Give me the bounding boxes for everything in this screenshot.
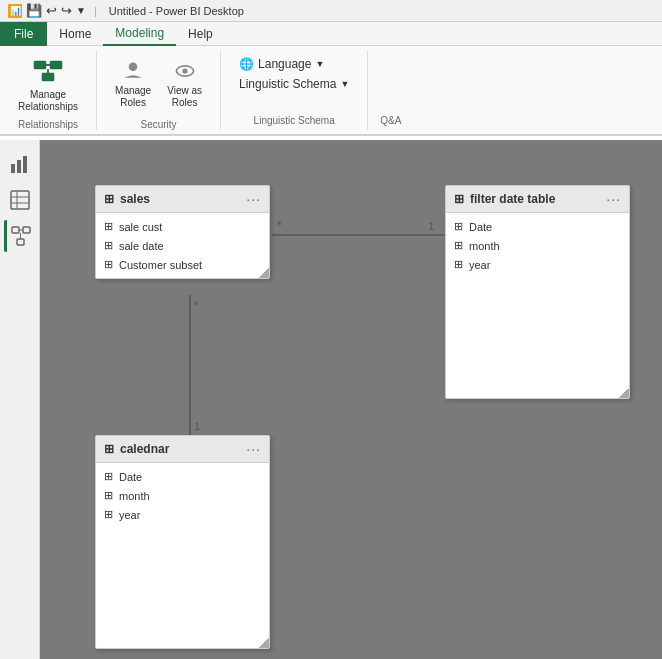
ribbon-group-linguistic: 🌐 Language ▼ Linguistic Schema ▼ Linguis…	[229, 50, 368, 130]
security-group-label: Security	[140, 117, 176, 130]
language-button[interactable]: 🌐 Language ▼	[233, 54, 355, 74]
qa-group-label: Q&A	[380, 115, 401, 126]
schema-label: Linguistic Schema	[239, 77, 336, 91]
table-calednar-menu[interactable]: ···	[246, 441, 261, 457]
field-cal-year: year	[119, 509, 140, 521]
tab-home[interactable]: Home	[47, 22, 103, 46]
svg-rect-17	[17, 239, 24, 245]
table-calednar-name: calednar	[120, 442, 169, 456]
table-calednar-header: ⊞ calednar ···	[96, 436, 269, 463]
svg-rect-8	[11, 164, 15, 173]
table-row[interactable]: ⊞ sale date	[96, 236, 269, 255]
ribbon-content: ManageRelationships Relationships Manage…	[0, 46, 662, 136]
canvas: * 1 * 1 ⊞ sales ··· ⊞ sale cust ⊞	[40, 140, 662, 659]
table-filter-date-resize[interactable]	[619, 388, 629, 398]
language-label: Language	[258, 57, 311, 71]
table-row[interactable]: ⊞ year	[96, 505, 269, 524]
title-text: Untitled - Power BI Desktop	[109, 5, 244, 17]
field-icon: ⊞	[104, 258, 113, 271]
svg-rect-10	[23, 156, 27, 173]
table-filter-date-header: ⊞ filter date table ···	[446, 186, 629, 213]
ribbon-group-security: ManageRoles View asRoles Security	[105, 50, 221, 130]
table-row[interactable]: ⊞ Customer subset	[96, 255, 269, 274]
field-icon: ⊞	[454, 239, 463, 252]
manage-relationships-button[interactable]: ManageRelationships	[12, 51, 84, 117]
table-row[interactable]: ⊞ Date	[446, 217, 629, 236]
table-filter-date-title: ⊞ filter date table	[454, 192, 555, 206]
title-icon-undo[interactable]: ↩	[46, 3, 57, 18]
relationships-buttons: ManageRelationships	[12, 50, 84, 117]
svg-rect-16	[23, 227, 30, 233]
title-icon-redo[interactable]: ↪	[61, 3, 72, 18]
table-row[interactable]: ⊞ Date	[96, 467, 269, 486]
sidebar-model-view[interactable]	[4, 220, 36, 252]
table-row[interactable]: ⊞ month	[96, 486, 269, 505]
sidebar-table-view[interactable]	[4, 184, 36, 216]
svg-text:*: *	[277, 219, 282, 233]
schema-dropdown-icon: ▼	[340, 79, 349, 89]
manage-roles-button[interactable]: ManageRoles	[109, 55, 157, 113]
language-dropdown-icon: ▼	[315, 59, 324, 69]
title-icon-dropdown[interactable]: ▼	[76, 5, 86, 16]
svg-text:*: *	[194, 299, 199, 313]
field-month: month	[469, 240, 500, 252]
svg-rect-9	[17, 160, 21, 173]
title-icon-save[interactable]: 💾	[26, 3, 42, 18]
field-icon: ⊞	[104, 470, 113, 483]
security-buttons: ManageRoles View asRoles	[109, 50, 208, 117]
field-icon: ⊞	[454, 258, 463, 271]
table-calednar: ⊞ calednar ··· ⊞ Date ⊞ month ⊞ year	[95, 435, 270, 649]
linguistic-group-label: Linguistic Schema	[233, 113, 355, 126]
field-icon: ⊞	[104, 220, 113, 233]
table-filter-date-menu[interactable]: ···	[606, 191, 621, 207]
table-filter-date-name: filter date table	[470, 192, 555, 206]
tab-modeling[interactable]: Modeling	[103, 22, 176, 46]
title-bar-icons: 📊 💾 ↩ ↪ ▼ |	[8, 3, 101, 18]
table-sales-body: ⊞ sale cust ⊞ sale date ⊞ Customer subse…	[96, 213, 269, 278]
svg-rect-11	[11, 191, 29, 209]
left-sidebar	[0, 140, 40, 659]
field-icon: ⊞	[454, 220, 463, 233]
table-sales-name: sales	[120, 192, 150, 206]
globe-icon: 🌐	[239, 57, 254, 71]
table-grid-icon2: ⊞	[454, 192, 464, 206]
ribbon-group-qa: Q&A	[376, 50, 413, 130]
table-sales-title: ⊞ sales	[104, 192, 150, 206]
title-separator: |	[94, 5, 97, 17]
tab-help[interactable]: Help	[176, 22, 225, 46]
svg-rect-1	[50, 61, 62, 69]
sidebar-bar-chart[interactable]	[4, 148, 36, 180]
view-as-roles-label: View asRoles	[167, 85, 202, 109]
table-sales-menu[interactable]: ···	[246, 191, 261, 207]
table-sales-resize[interactable]	[259, 268, 269, 278]
field-customer-subset: Customer subset	[119, 259, 202, 271]
table-row[interactable]: ⊞ year	[446, 255, 629, 274]
table-grid-icon: ⊞	[104, 192, 114, 206]
table-row[interactable]: ⊞ month	[446, 236, 629, 255]
field-cal-month: month	[119, 490, 150, 502]
field-date: Date	[469, 221, 492, 233]
title-bar: 📊 💾 ↩ ↪ ▼ | Untitled - Power BI Desktop	[0, 0, 662, 22]
field-sale-cust: sale cust	[119, 221, 162, 233]
field-sale-date: sale date	[119, 240, 164, 252]
table-row[interactable]: ⊞ sale cust	[96, 217, 269, 236]
linguistic-schema-button[interactable]: Linguistic Schema ▼	[233, 74, 355, 94]
table-calednar-resize[interactable]	[259, 638, 269, 648]
svg-rect-0	[34, 61, 46, 69]
svg-rect-15	[12, 227, 19, 233]
view-as-roles-button[interactable]: View asRoles	[161, 55, 208, 113]
powerbi-icon: 📊	[8, 4, 22, 18]
ribbon-tabs: File Home Modeling Help	[0, 22, 662, 46]
field-year: year	[469, 259, 490, 271]
field-cal-date: Date	[119, 471, 142, 483]
relationships-group-label: Relationships	[18, 117, 78, 130]
table-calednar-body: ⊞ Date ⊞ month ⊞ year	[96, 463, 269, 528]
svg-rect-2	[42, 73, 54, 81]
table-filter-date: ⊞ filter date table ··· ⊞ Date ⊞ month ⊞…	[445, 185, 630, 399]
svg-point-5	[129, 62, 138, 71]
field-icon: ⊞	[104, 239, 113, 252]
table-calednar-title: ⊞ calednar	[104, 442, 169, 456]
tab-file[interactable]: File	[0, 22, 47, 46]
table-filter-date-body: ⊞ Date ⊞ month ⊞ year	[446, 213, 629, 278]
ribbon-group-relationships: ManageRelationships Relationships	[8, 50, 97, 130]
